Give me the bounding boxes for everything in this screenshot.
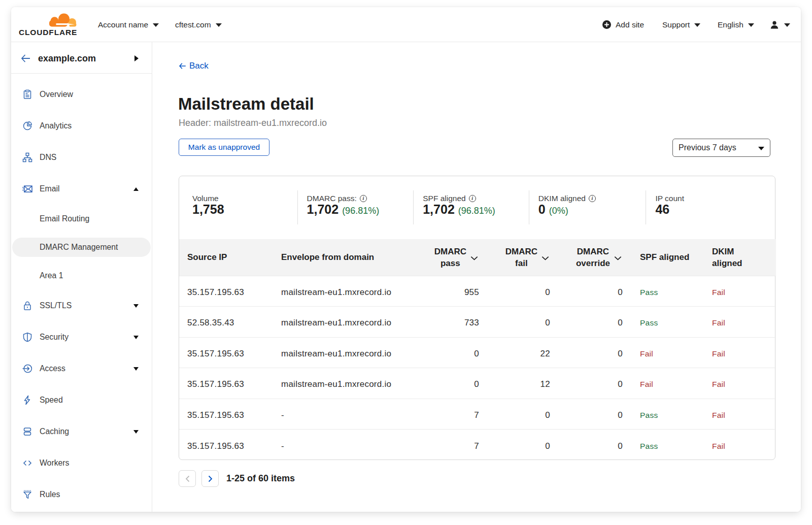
svg-text:CLOUDFLARE: CLOUDFLARE — [19, 28, 77, 37]
